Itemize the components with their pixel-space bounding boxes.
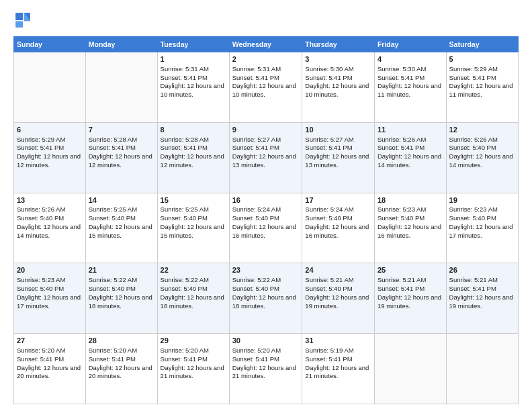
day-of-week-header: Friday (374, 37, 446, 52)
calendar-day-cell: 29Sunrise: 5:20 AMSunset: 5:41 PMDayligh… (157, 334, 229, 404)
logo (13, 11, 35, 30)
day-number: 28 (89, 336, 154, 346)
calendar-day-cell: 7Sunrise: 5:28 AMSunset: 5:41 PMDaylight… (85, 122, 157, 193)
day-info: Sunset: 5:40 PM (305, 285, 371, 293)
calendar-day-cell: 18Sunrise: 5:23 AMSunset: 5:40 PMDayligh… (374, 193, 446, 263)
day-info: Daylight: 12 hours and 17 minutes. (17, 293, 83, 311)
day-info: Sunset: 5:41 PM (305, 144, 371, 152)
day-number: 27 (17, 336, 83, 346)
day-number: 20 (17, 265, 83, 275)
day-info: Sunrise: 5:30 AM (305, 65, 371, 74)
day-info: Daylight: 12 hours and 14 minutes. (378, 152, 443, 170)
day-of-week-header: Saturday (446, 37, 518, 52)
day-info: Daylight: 12 hours and 21 minutes. (305, 364, 371, 381)
day-info: Sunrise: 5:22 AM (161, 276, 226, 285)
day-number: 12 (449, 125, 515, 135)
day-info: Daylight: 12 hours and 18 minutes. (232, 293, 300, 311)
day-number: 10 (305, 125, 371, 135)
day-info: Sunset: 5:40 PM (89, 214, 154, 223)
day-number: 25 (378, 265, 443, 275)
calendar-day-cell (446, 334, 518, 404)
day-number: 4 (378, 54, 443, 64)
calendar-day-cell: 2Sunrise: 5:31 AMSunset: 5:41 PMDaylight… (229, 52, 302, 123)
day-number: 15 (161, 195, 226, 205)
day-info: Sunrise: 5:24 AM (305, 205, 371, 214)
day-info: Sunset: 5:40 PM (161, 214, 226, 223)
day-info: Daylight: 12 hours and 18 minutes. (161, 293, 226, 311)
calendar-day-cell: 1Sunrise: 5:31 AMSunset: 5:41 PMDaylight… (157, 52, 229, 123)
svg-rect-4 (15, 21, 23, 28)
day-info: Sunrise: 5:25 AM (161, 205, 226, 214)
day-number: 1 (161, 54, 226, 64)
calendar-week-row: 13Sunrise: 5:26 AMSunset: 5:40 PMDayligh… (14, 193, 519, 263)
calendar-day-cell: 28Sunrise: 5:20 AMSunset: 5:41 PMDayligh… (85, 334, 157, 404)
day-info: Sunset: 5:40 PM (161, 285, 226, 293)
calendar-week-row: 6Sunrise: 5:29 AMSunset: 5:41 PMDaylight… (14, 122, 519, 193)
day-info: Daylight: 12 hours and 15 minutes. (161, 223, 226, 240)
day-info: Sunrise: 5:30 AM (378, 65, 443, 74)
calendar-day-cell: 22Sunrise: 5:22 AMSunset: 5:40 PMDayligh… (157, 263, 229, 334)
calendar-day-cell: 6Sunrise: 5:29 AMSunset: 5:41 PMDaylight… (14, 122, 86, 193)
calendar-day-cell: 15Sunrise: 5:25 AMSunset: 5:40 PMDayligh… (157, 193, 229, 263)
day-info: Daylight: 12 hours and 19 minutes. (305, 293, 371, 311)
day-info: Sunrise: 5:24 AM (232, 205, 300, 214)
day-number: 29 (161, 336, 226, 346)
day-info: Sunset: 5:41 PM (232, 355, 300, 364)
calendar-day-cell: 13Sunrise: 5:26 AMSunset: 5:40 PMDayligh… (14, 193, 86, 263)
calendar-header-row: SundayMondayTuesdayWednesdayThursdayFrid… (14, 37, 519, 52)
calendar-day-cell: 30Sunrise: 5:20 AMSunset: 5:41 PMDayligh… (229, 334, 302, 404)
day-info: Daylight: 12 hours and 21 minutes. (161, 364, 226, 381)
calendar-week-row: 27Sunrise: 5:20 AMSunset: 5:41 PMDayligh… (14, 334, 519, 404)
day-of-week-header: Sunday (14, 37, 86, 52)
day-info: Daylight: 12 hours and 19 minutes. (449, 293, 515, 311)
day-info: Sunrise: 5:21 AM (305, 276, 371, 285)
day-info: Daylight: 12 hours and 13 minutes. (305, 152, 371, 170)
day-info: Sunset: 5:41 PM (305, 355, 371, 364)
calendar-day-cell: 4Sunrise: 5:30 AMSunset: 5:41 PMDaylight… (374, 52, 446, 123)
day-info: Daylight: 12 hours and 16 minutes. (232, 223, 300, 240)
svg-rect-3 (15, 13, 23, 20)
day-info: Sunrise: 5:20 AM (232, 347, 300, 355)
calendar-table: SundayMondayTuesdayWednesdayThursdayFrid… (13, 36, 519, 404)
day-number: 18 (378, 195, 443, 205)
day-info: Sunset: 5:40 PM (232, 214, 300, 223)
day-info: Sunset: 5:41 PM (17, 355, 83, 364)
day-info: Daylight: 12 hours and 16 minutes. (378, 223, 443, 240)
calendar-day-cell: 19Sunrise: 5:23 AMSunset: 5:40 PMDayligh… (446, 193, 518, 263)
day-info: Daylight: 12 hours and 14 minutes. (449, 152, 515, 170)
day-number: 6 (17, 125, 83, 135)
calendar-day-cell: 21Sunrise: 5:22 AMSunset: 5:40 PMDayligh… (85, 263, 157, 334)
day-info: Sunrise: 5:22 AM (232, 276, 300, 285)
day-info: Sunset: 5:40 PM (449, 214, 515, 223)
day-info: Daylight: 12 hours and 21 minutes. (232, 364, 300, 381)
day-info: Daylight: 12 hours and 12 minutes. (17, 152, 83, 170)
day-info: Sunrise: 5:23 AM (378, 205, 443, 214)
day-of-week-header: Thursday (302, 37, 375, 52)
calendar-day-cell: 17Sunrise: 5:24 AMSunset: 5:40 PMDayligh… (302, 193, 375, 263)
day-info: Daylight: 12 hours and 11 minutes. (449, 82, 515, 99)
day-info: Sunset: 5:40 PM (89, 285, 154, 293)
day-info: Daylight: 12 hours and 12 minutes. (161, 152, 226, 170)
day-info: Sunrise: 5:20 AM (89, 347, 154, 355)
calendar-day-cell: 12Sunrise: 5:26 AMSunset: 5:40 PMDayligh… (446, 122, 518, 193)
day-number: 22 (161, 265, 226, 275)
day-info: Sunset: 5:41 PM (378, 74, 443, 83)
general-blue-logo-icon (13, 11, 32, 30)
day-info: Sunrise: 5:20 AM (161, 347, 226, 355)
day-number: 30 (232, 336, 300, 346)
day-info: Sunset: 5:41 PM (449, 285, 515, 293)
day-number: 5 (449, 54, 515, 64)
day-info: Daylight: 12 hours and 10 minutes. (232, 82, 300, 99)
calendar-day-cell: 8Sunrise: 5:28 AMSunset: 5:41 PMDaylight… (157, 122, 229, 193)
calendar-week-row: 1Sunrise: 5:31 AMSunset: 5:41 PMDaylight… (14, 52, 519, 123)
calendar-day-cell: 23Sunrise: 5:22 AMSunset: 5:40 PMDayligh… (229, 263, 302, 334)
day-info: Daylight: 12 hours and 11 minutes. (378, 82, 443, 99)
day-info: Daylight: 12 hours and 15 minutes. (89, 223, 154, 240)
calendar-week-row: 20Sunrise: 5:23 AMSunset: 5:40 PMDayligh… (14, 263, 519, 334)
day-info: Sunset: 5:41 PM (232, 144, 300, 152)
calendar-day-cell: 26Sunrise: 5:21 AMSunset: 5:41 PMDayligh… (446, 263, 518, 334)
calendar-day-cell: 20Sunrise: 5:23 AMSunset: 5:40 PMDayligh… (14, 263, 86, 334)
day-of-week-header: Tuesday (157, 37, 229, 52)
day-number: 7 (89, 125, 154, 135)
day-number: 21 (89, 265, 154, 275)
